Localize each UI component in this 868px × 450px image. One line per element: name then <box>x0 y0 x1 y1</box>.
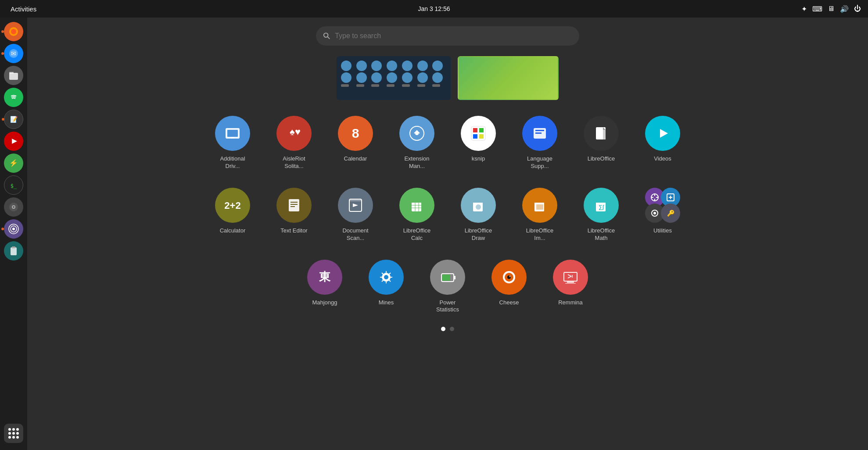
app-item-aisleriot[interactable]: ♠ ♥ AisleRiot Solita... <box>274 116 314 170</box>
app-item-libreoffice-calc[interactable]: LibreOffice Calc <box>397 188 437 242</box>
page-dot-2[interactable] <box>450 327 454 331</box>
svg-point-13 <box>13 206 14 208</box>
app-label-extension-manager: Extension Man... <box>397 155 437 170</box>
svg-rect-54 <box>473 199 483 203</box>
sidebar-app-settings[interactable] <box>4 197 23 217</box>
app-label-additional-drivers: Additional Driv... <box>213 155 252 170</box>
sidebar: ✉ 📝 ⚡ $_ <box>0 18 27 450</box>
svg-text:8: 8 <box>352 126 359 140</box>
app-label-libreoffice-math: LibreOffice Math <box>581 227 621 242</box>
svg-rect-36 <box>535 132 542 134</box>
sidebar-app-spotify[interactable] <box>4 88 23 107</box>
app-label-calculator: Calculator <box>220 227 246 235</box>
svg-point-86 <box>509 275 511 277</box>
svg-rect-18 <box>12 246 15 248</box>
svg-text:✉: ✉ <box>11 50 16 57</box>
app-label-language-support: Language Supp... <box>520 155 560 170</box>
app-item-document-scanner[interactable]: Document Scan... <box>336 188 375 242</box>
app-item-libreoffice-draw[interactable]: LibreOffice Draw <box>459 188 498 242</box>
svg-rect-5 <box>9 72 14 74</box>
svg-text:🔑: 🔑 <box>667 210 675 217</box>
app-item-calendar[interactable]: 8 Calendar <box>336 116 375 163</box>
app-label-videos: Videos <box>654 155 671 163</box>
svg-marker-45 <box>353 204 358 207</box>
extensions-icon[interactable]: ✦ <box>801 5 807 13</box>
app-item-mines[interactable]: Mines <box>366 260 406 307</box>
screen-icon[interactable]: 🖥 <box>828 5 835 13</box>
svg-rect-60 <box>596 199 606 203</box>
sidebar-app-mixer[interactable]: ⚡ <box>4 154 23 173</box>
app-item-ksnip[interactable]: ksnip <box>459 116 498 163</box>
app-item-text-editor[interactable]: Text Editor <box>274 188 314 235</box>
svg-text:東: 東 <box>319 270 331 283</box>
svg-rect-41 <box>291 202 298 203</box>
svg-point-79 <box>384 275 388 279</box>
svg-rect-40 <box>289 199 299 211</box>
svg-rect-58 <box>536 204 543 210</box>
app-item-additional-drivers[interactable]: Additional Driv... <box>213 116 252 170</box>
search-icon <box>323 32 330 40</box>
sidebar-app-notion[interactable]: 📝 <box>4 110 23 129</box>
window-previews <box>337 56 559 100</box>
app-item-libreoffice[interactable]: LibreOffice <box>581 116 621 163</box>
app-item-utilities[interactable]: 🔑 Utilities <box>643 188 682 235</box>
app-item-mahjongg[interactable]: 東 Mahjongg <box>305 260 344 307</box>
sidebar-app-files[interactable] <box>4 66 23 85</box>
search-bar[interactable] <box>316 26 579 46</box>
sidebar-app-terminal[interactable]: $_ <box>4 175 23 195</box>
sidebar-app-network[interactable] <box>4 219 23 239</box>
app-grid: Additional Driv... ♠ ♥ AisleRiot Solita.… <box>213 116 682 314</box>
power-icon[interactable]: ⏻ <box>854 5 861 13</box>
app-label-libreoffice: LibreOffice <box>588 155 615 163</box>
search-input[interactable] <box>335 32 572 40</box>
activities-button[interactable]: Activities <box>7 4 40 14</box>
preview-window-1[interactable] <box>337 56 451 100</box>
page-dot-1[interactable] <box>441 327 445 331</box>
app-label-libreoffice-impress: LibreOffice Im... <box>520 227 560 242</box>
sidebar-app-firefox[interactable] <box>4 22 23 41</box>
sidebar-app-thunderbird[interactable]: ✉ <box>4 44 23 63</box>
svg-rect-57 <box>534 199 544 203</box>
preview-window-2[interactable] <box>458 56 559 100</box>
app-label-calendar: Calendar <box>344 155 367 163</box>
svg-point-71 <box>653 212 656 214</box>
topbar-right-icons: ✦ ⌨ 🖥 🔊 ⏻ <box>801 5 861 13</box>
app-label-aisleriot: AisleRiot Solita... <box>274 155 314 170</box>
svg-rect-22 <box>227 130 238 137</box>
svg-rect-35 <box>535 130 544 131</box>
svg-rect-33 <box>479 134 484 139</box>
svg-point-6 <box>9 93 18 102</box>
app-item-libreoffice-impress[interactable]: LibreOffice Im... <box>520 188 560 242</box>
sidebar-app-video[interactable] <box>4 132 23 151</box>
svg-rect-82 <box>442 275 450 281</box>
app-item-libreoffice-math[interactable]: ∑∫ LibreOffice Math <box>581 188 621 242</box>
app-label-remmina: Remmina <box>558 299 583 307</box>
svg-text:♠: ♠ <box>290 126 295 137</box>
svg-rect-31 <box>479 128 484 132</box>
app-item-power-statistics[interactable]: Power Statistics <box>428 260 467 314</box>
app-label-text-editor: Text Editor <box>280 227 307 235</box>
app-item-language-support[interactable]: Language Supp... <box>520 116 560 170</box>
clock: Jan 3 12:56 <box>418 5 450 12</box>
app-item-calculator[interactable]: 2+2 Calculator <box>213 188 252 235</box>
svg-rect-48 <box>412 199 421 203</box>
app-grid-button[interactable] <box>4 424 23 443</box>
app-label-document-scanner: Document Scan... <box>336 227 375 242</box>
keyboard-icon[interactable]: ⌨ <box>812 5 822 13</box>
app-item-cheese[interactable]: Cheese <box>489 260 529 307</box>
sidebar-app-clipboard[interactable] <box>4 241 23 261</box>
app-item-videos[interactable]: Videos <box>643 116 682 163</box>
app-label-utilities: Utilities <box>653 227 672 235</box>
page-dots <box>441 327 454 331</box>
svg-rect-42 <box>291 204 298 205</box>
svg-text:∑∫: ∑∫ <box>599 204 605 210</box>
svg-rect-90 <box>565 283 576 284</box>
svg-point-1 <box>11 29 16 34</box>
svg-text:📝: 📝 <box>10 116 18 123</box>
app-label-cheese: Cheese <box>499 299 519 307</box>
app-label-ksnip: ksnip <box>472 155 485 163</box>
app-item-extension-manager[interactable]: Extension Man... <box>397 116 437 170</box>
volume-icon[interactable]: 🔊 <box>840 5 849 13</box>
app-item-remmina[interactable]: Remmina <box>551 260 590 307</box>
app-label-mines: Mines <box>379 299 394 307</box>
